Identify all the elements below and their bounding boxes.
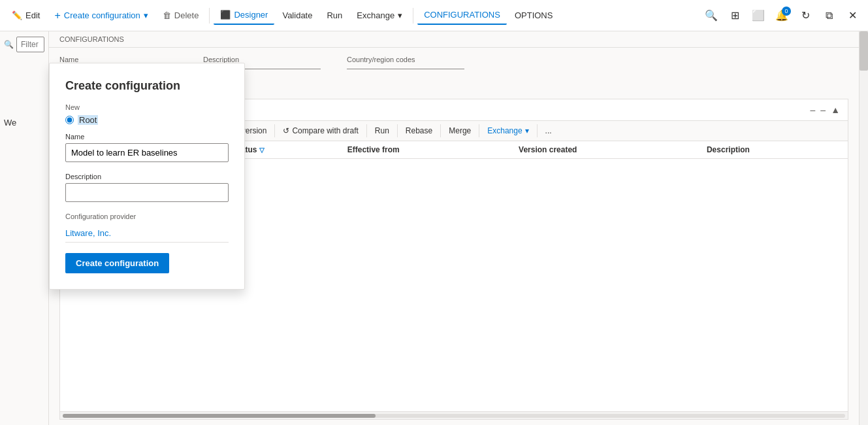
exchange-versions-chevron: ▾ <box>525 126 529 135</box>
scrollbar-thumb <box>63 414 376 418</box>
scrollbar-track <box>63 414 845 418</box>
col-description: Description <box>701 141 848 159</box>
chevron-down-icon: ▾ <box>144 10 148 20</box>
versions-dash2-button[interactable]: – <box>820 105 826 115</box>
edit-icon: ✏️ <box>12 10 22 20</box>
filter-icon-status: ▽ <box>259 146 265 154</box>
close-button[interactable]: ✕ <box>842 5 863 26</box>
validate-button[interactable]: Validate <box>276 7 319 24</box>
versions-dash1-button[interactable]: – <box>811 105 816 115</box>
exchange-versions-button[interactable]: Exchange ▾ <box>482 124 534 138</box>
country-region-value <box>347 66 464 69</box>
options-tab[interactable]: OPTIONS <box>508 7 560 24</box>
country-region-label: Country/region codes <box>347 56 464 63</box>
notification-badge: 0 <box>782 7 791 16</box>
col-status: Status ▽ <box>228 141 342 159</box>
main-layout: 🔍 We CONFIGURATIONS Name Description Cou… <box>0 31 868 425</box>
popup-name-label: Name <box>65 133 229 141</box>
separator2 <box>413 8 413 24</box>
versions-collapse-button[interactable]: ▲ <box>831 105 840 115</box>
popup-provider-name: Litware, Inc. <box>65 224 229 243</box>
popup-title: Create configuration <box>65 79 229 93</box>
col-version-created: Version created <box>513 141 701 159</box>
create-config-button[interactable]: + Create configuration ▾ <box>48 6 154 26</box>
filter-input[interactable] <box>16 37 44 52</box>
popup-name-input[interactable] <box>65 143 229 162</box>
popup-description-field: Description <box>65 173 229 202</box>
new-section-label: New <box>65 103 229 111</box>
left-content-text: We <box>4 118 44 128</box>
popup-create-button[interactable]: Create configuration <box>65 253 169 273</box>
versions-controls: – – ▲ <box>811 105 840 115</box>
refresh-button[interactable]: ↻ <box>795 5 816 26</box>
radio-row: Root <box>65 115 229 125</box>
designer-icon: ⬛ <box>220 10 231 20</box>
grid-button[interactable]: ⊞ <box>724 5 745 26</box>
filter-icon: 🔍 <box>4 40 14 49</box>
create-config-popup: Create configuration New Root Name Descr… <box>49 63 245 290</box>
search-button[interactable]: 🔍 <box>701 5 722 26</box>
ver-sep4 <box>366 124 367 137</box>
more-button[interactable]: ... <box>540 124 557 138</box>
merge-button[interactable]: Merge <box>443 124 476 138</box>
versions-run-button[interactable]: Run <box>370 124 394 138</box>
root-radio-label: Root <box>78 115 98 125</box>
search-icon: 🔍 <box>705 9 718 22</box>
config-provider-section-label: Configuration provider <box>65 212 229 220</box>
toolbar-right: 🔍 ⊞ ⬜ 🔔 0 ↻ ⧉ ✕ <box>701 5 863 26</box>
breadcrumb: CONFIGURATIONS <box>49 31 859 48</box>
compare-icon: ↺ <box>283 126 289 135</box>
exchange-button[interactable]: Exchange ▾ <box>350 7 409 24</box>
rebase-button[interactable]: Rebase <box>400 124 438 138</box>
root-radio[interactable] <box>65 116 74 124</box>
ver-sep6 <box>440 124 441 137</box>
separator <box>209 8 210 24</box>
left-panel: 🔍 We <box>0 31 49 425</box>
col-effective-from: Effective from <box>342 141 513 159</box>
edit-button[interactable]: ✏️ Edit <box>5 7 46 24</box>
ver-sep8 <box>537 124 538 137</box>
popout-button[interactable]: ⧉ <box>818 5 839 26</box>
compare-with-draft-button[interactable]: ↺ Compare with draft <box>278 124 363 138</box>
vertical-scrollbar[interactable] <box>859 31 868 425</box>
notification-button[interactable]: 🔔 0 <box>771 5 792 26</box>
refresh-icon: ↻ <box>801 9 810 22</box>
popup-content: Create configuration New Root Name Descr… <box>49 63 245 290</box>
ver-sep5 <box>397 124 398 137</box>
scrollbar-v-thumb <box>860 31 868 71</box>
ver-sep7 <box>479 124 479 137</box>
popup-name-field: Name <box>65 133 229 162</box>
popout-icon: ⧉ <box>826 10 833 22</box>
ver-sep3 <box>274 124 275 137</box>
run-button[interactable]: Run <box>320 7 349 24</box>
grid-icon: ⊞ <box>731 9 739 22</box>
exchange-chevron-icon: ▾ <box>398 10 402 20</box>
popup-description-label: Description <box>65 173 229 180</box>
delete-icon: 🗑 <box>163 10 171 20</box>
country-region-field: Country/region codes <box>347 56 464 69</box>
close-icon: ✕ <box>848 9 857 22</box>
popup-description-input[interactable] <box>65 183 229 202</box>
office-icon: ⬜ <box>752 9 765 22</box>
delete-button[interactable]: 🗑 Delete <box>156 7 206 24</box>
office-button[interactable]: ⬜ <box>748 5 769 26</box>
main-toolbar: ✏️ Edit + Create configuration ▾ 🗑 Delet… <box>0 0 868 31</box>
designer-button[interactable]: ⬛ Designer <box>214 6 274 25</box>
horizontal-scrollbar[interactable] <box>60 411 848 419</box>
configurations-tab[interactable]: CONFIGURATIONS <box>417 6 507 25</box>
plus-icon: + <box>54 10 60 22</box>
